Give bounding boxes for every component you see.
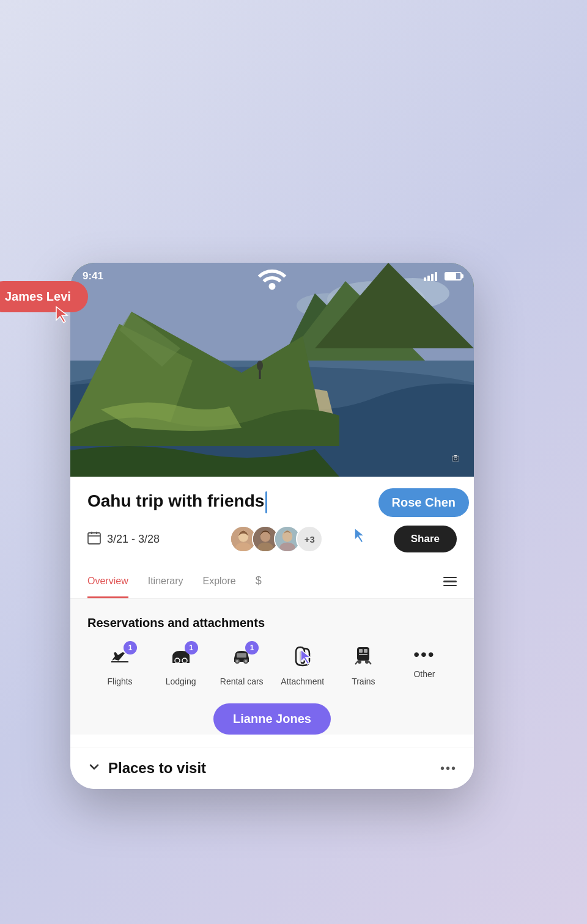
avatars-section: +3	[230, 526, 323, 552]
calendar-icon	[87, 531, 101, 548]
reservations-section-title: Reservations and attachments	[87, 616, 457, 630]
svg-rect-36	[359, 649, 363, 653]
lianne-jones-tooltip: Lianne Jones	[213, 703, 331, 735]
cursor-rose-icon	[353, 527, 367, 546]
card-content: Oahu trip with friends Rose Chen	[70, 477, 474, 552]
date-range: 3/21 - 3/28	[107, 533, 160, 546]
trip-title-text: Oahu trip with friends	[87, 491, 264, 510]
trains-icon-wrapper	[353, 645, 374, 672]
tab-explore[interactable]: Explore	[202, 566, 235, 598]
svg-point-9	[454, 457, 457, 460]
chevron-down-icon[interactable]	[87, 760, 101, 777]
reservation-attachment[interactable]: Attachment	[275, 645, 330, 686]
reservation-lodging[interactable]: 1 Lodging	[153, 645, 209, 686]
lodging-badge: 1	[185, 641, 198, 654]
status-bar: 9:41	[70, 263, 474, 290]
reservation-other[interactable]: ••• Other	[397, 645, 452, 679]
svg-point-26	[282, 530, 292, 541]
reservation-trains[interactable]: Trains	[336, 645, 391, 686]
hero-image: 9:41	[70, 263, 474, 477]
tab-overview[interactable]: Overview	[87, 566, 128, 598]
hamburger-line-1	[443, 577, 457, 579]
other-label: Other	[413, 669, 435, 679]
svg-rect-8	[452, 456, 459, 461]
phone-frame: 9:41	[70, 263, 474, 789]
svg-point-33	[245, 660, 247, 662]
lodging-label: Lodging	[166, 676, 196, 686]
svg-point-40	[365, 660, 369, 664]
places-title[interactable]: Places to visit	[87, 760, 206, 777]
flights-label: Flights	[107, 676, 132, 686]
battery-icon	[445, 272, 462, 280]
reservation-flights[interactable]: 1 Flights	[92, 645, 147, 686]
hamburger-line-2	[443, 581, 457, 582]
svg-rect-10	[454, 455, 457, 457]
svg-point-31	[236, 660, 238, 662]
rental-cars-badge: 1	[245, 641, 259, 654]
svg-point-39	[358, 660, 361, 664]
svg-rect-34	[237, 653, 246, 658]
text-cursor	[265, 491, 267, 513]
tab-itinerary[interactable]: Itinerary	[148, 566, 183, 598]
date-section: 3/21 - 3/28	[87, 531, 160, 548]
rental-cars-label: Rental cars	[220, 676, 264, 686]
svg-rect-37	[364, 649, 367, 653]
cursor-james-icon	[55, 306, 70, 326]
places-section: Places to visit •••	[70, 747, 474, 789]
rental-cars-icon-wrapper: 1	[231, 645, 253, 672]
tab-dollar[interactable]: $	[256, 565, 262, 599]
trip-title-row: Oahu trip with friends Rose Chen	[87, 491, 457, 513]
flights-badge: 1	[124, 641, 137, 654]
places-title-text: Places to visit	[108, 760, 206, 777]
share-button[interactable]: Share	[394, 526, 457, 552]
other-icon-wrapper: •••	[413, 645, 435, 664]
date-avatars-row: 3/21 - 3/28	[87, 526, 457, 552]
svg-point-6	[257, 361, 263, 370]
reservation-rental-cars[interactable]: 1 Rental cars	[214, 645, 269, 686]
trains-label: Trains	[352, 676, 375, 686]
hamburger-menu-button[interactable]	[443, 567, 457, 596]
tabs-row: Overview Itinerary Explore $	[70, 565, 474, 599]
places-header: Places to visit •••	[87, 760, 457, 777]
main-content: Reservations and attachments 1 Flights	[70, 599, 474, 735]
svg-rect-11	[88, 533, 100, 544]
attachment-label: Attachment	[281, 676, 324, 686]
trains-icon	[353, 645, 374, 672]
rose-chen-tooltip: Rose Chen	[378, 488, 469, 517]
photo-icon[interactable]	[452, 455, 459, 462]
flights-icon-wrapper: 1	[109, 645, 131, 672]
status-icons	[424, 272, 462, 281]
hamburger-line-3	[443, 585, 457, 587]
reservations-row: 1 Flights 1 Lodgi	[87, 645, 457, 686]
lodging-icon-wrapper: 1	[170, 645, 192, 672]
james-levi-tooltip: James Levi	[0, 281, 88, 312]
places-more-icon[interactable]: •••	[440, 761, 457, 776]
other-icon: •••	[413, 645, 435, 664]
lianne-jones-tooltip-wrapper: Lianne Jones	[87, 703, 457, 735]
svg-rect-38	[359, 654, 367, 655]
cursor-attachment-icon	[300, 648, 313, 668]
extra-members-badge[interactable]: +3	[296, 526, 323, 552]
